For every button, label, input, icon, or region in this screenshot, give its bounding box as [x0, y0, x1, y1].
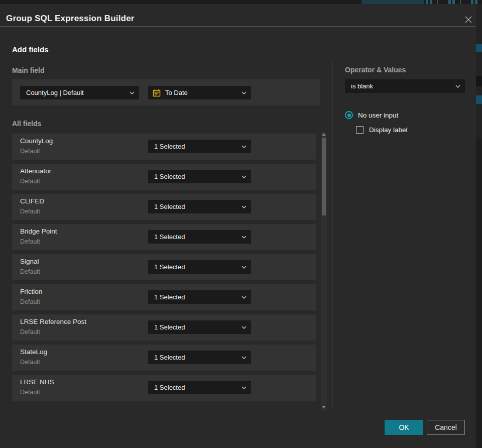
title-divider	[0, 26, 476, 27]
panel-divider	[332, 59, 332, 409]
date-dropdown-value: To Date	[165, 89, 188, 96]
field-subtitle: Default	[20, 389, 40, 396]
field-subtitle: Default	[20, 178, 40, 185]
all-fields-label: All fields	[12, 120, 41, 128]
field-subtitle: Default	[20, 268, 40, 275]
chevron-down-icon	[242, 145, 247, 148]
field-row: Bridge Point Default 1 Selected	[12, 224, 316, 250]
close-button[interactable]	[462, 13, 475, 26]
toolbar-bar-icon	[452, 0, 455, 4]
background-item	[476, 139, 482, 448]
field-subtitle: Default	[20, 148, 40, 155]
background-item	[476, 44, 482, 52]
chevron-down-icon	[242, 91, 247, 94]
no-user-input-radio[interactable]: No user input	[345, 111, 398, 119]
selected-count: 1 Selected	[154, 323, 185, 331]
field-name: LRSE NHS	[20, 378, 54, 386]
main-field-dropdown[interactable]: CountyLog | Default	[20, 86, 139, 99]
selected-count: 1 Selected	[154, 384, 185, 391]
background-item	[476, 95, 482, 104]
close-icon	[464, 16, 472, 24]
field-subtitle: Default	[20, 298, 40, 305]
cancel-button[interactable]: Cancel	[427, 420, 465, 435]
field-row: LRSE Reference Post Default 1 Selected	[12, 314, 316, 341]
field-subtitle: Default	[20, 328, 40, 335]
ok-button[interactable]: OK	[385, 420, 423, 435]
display-label-text: Display label	[369, 126, 408, 134]
field-row: Signal Default 1 Selected	[12, 254, 316, 280]
add-fields-heading: Add fields	[12, 45, 49, 54]
field-name: LRSE Reference Post	[20, 318, 86, 325]
field-row: StateLog Default 1 Selected	[12, 345, 316, 371]
background-item	[476, 76, 482, 86]
field-selection-dropdown[interactable]: 1 Selected	[148, 140, 251, 153]
field-subtitle: Default	[20, 208, 40, 215]
chevron-down-icon	[242, 356, 247, 359]
field-name: StateLog	[20, 348, 47, 356]
checkbox-unchecked-icon[interactable]	[356, 126, 364, 134]
date-field-dropdown[interactable]: To Date	[148, 86, 251, 99]
main-field-dropdown-value: CountyLog | Default	[26, 89, 84, 96]
selected-count: 1 Selected	[154, 203, 185, 210]
field-selection-dropdown[interactable]: 1 Selected	[148, 290, 251, 304]
chevron-down-icon	[242, 296, 247, 299]
selected-count: 1 Selected	[154, 263, 185, 271]
operator-values-label: Operator & Values	[345, 66, 406, 74]
selected-count: 1 Selected	[154, 173, 185, 180]
dialog-title: Group SQL Expression Builder	[6, 14, 135, 24]
scroll-down-arrow-icon[interactable]	[322, 406, 326, 408]
toolbar-separator	[437, 0, 438, 4]
scrollbar-thumb[interactable]	[322, 138, 326, 215]
radio-dot	[347, 114, 351, 117]
main-field-label: Main field	[12, 66, 45, 74]
field-name: Friction	[20, 288, 42, 295]
chevron-down-icon	[242, 205, 247, 208]
field-name: Bridge Point	[20, 228, 57, 235]
scroll-up-arrow-icon[interactable]	[322, 133, 326, 136]
selected-count: 1 Selected	[154, 143, 185, 150]
field-row: Friction Default 1 Selected	[12, 284, 316, 310]
field-row: CountyLog Default 1 Selected	[12, 134, 316, 160]
toolbar-bar-icon	[430, 0, 432, 4]
field-row: CLIFED Default 1 Selected	[12, 194, 316, 220]
chevron-down-icon	[242, 236, 247, 239]
selected-count: 1 Selected	[154, 233, 185, 241]
main-field-panel: CountyLog | Default To Date	[12, 79, 320, 105]
field-selection-dropdown[interactable]: 1 Selected	[148, 351, 251, 364]
operator-dropdown-value: is blank	[351, 82, 373, 90]
toolbar-bar-icon	[475, 0, 477, 4]
field-subtitle: Default	[20, 238, 40, 245]
chevron-down-icon	[242, 326, 247, 329]
operator-dropdown[interactable]: is blank	[345, 79, 465, 93]
toolbar-bar-icon	[448, 0, 451, 4]
no-user-input-label: No user input	[358, 111, 398, 119]
toolbar-bar-icon	[426, 0, 428, 4]
field-row: LRSE NHS Default 1 Selected	[12, 375, 316, 401]
field-selection-dropdown[interactable]: 1 Selected	[148, 170, 251, 183]
chevron-down-icon	[455, 85, 460, 88]
live-view-button[interactable]: Live view	[362, 0, 424, 4]
field-selection-dropdown[interactable]: 1 Selected	[148, 200, 251, 213]
selected-count: 1 Selected	[154, 293, 185, 301]
field-selection-dropdown[interactable]: 1 Selected	[148, 260, 251, 274]
background-app-strip: Live view	[0, 0, 482, 4]
field-name: Signal	[20, 258, 39, 265]
display-label-checkbox[interactable]: Display label	[356, 126, 408, 134]
group-sql-expression-builder-dialog: Group SQL Expression Builder Add fields …	[0, 4, 476, 448]
toolbar-separator	[460, 0, 461, 4]
field-name: CLIFED	[20, 197, 44, 205]
selected-count: 1 Selected	[154, 354, 185, 361]
field-subtitle: Default	[20, 359, 40, 366]
background-app-edge	[476, 4, 482, 448]
list-scrollbar[interactable]	[321, 132, 327, 410]
field-name: Attenuator	[20, 167, 51, 175]
field-selection-dropdown[interactable]: 1 Selected	[148, 381, 251, 394]
calendar-icon	[153, 89, 161, 97]
chevron-down-icon	[242, 266, 247, 269]
toolbar-bar-icon	[471, 0, 473, 4]
field-selection-dropdown[interactable]: 1 Selected	[148, 320, 251, 334]
chevron-down-icon	[242, 175, 247, 178]
field-selection-dropdown[interactable]: 1 Selected	[148, 230, 251, 244]
radio-selected-icon[interactable]	[345, 111, 353, 119]
field-name: CountyLog	[20, 137, 53, 145]
